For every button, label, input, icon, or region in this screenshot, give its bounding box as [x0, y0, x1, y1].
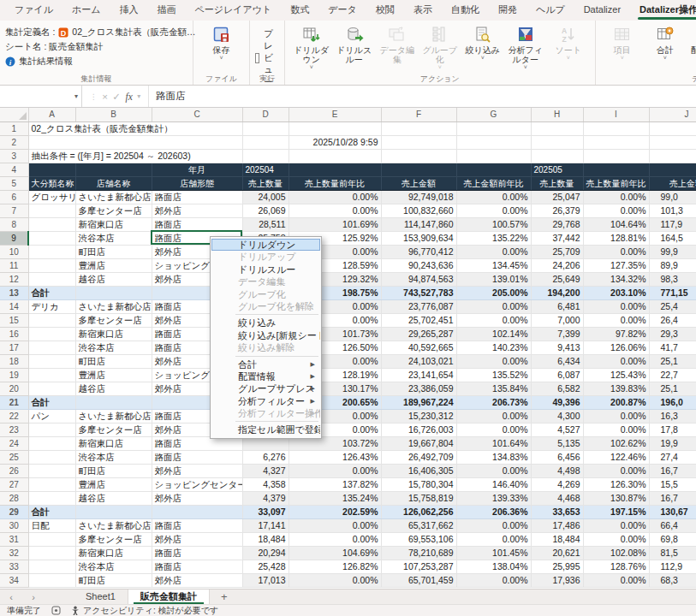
cell-J33[interactable]: 112,9: [649, 560, 696, 573]
cell-J18[interactable]: 25,1: [649, 354, 696, 368]
menu-item-指定セル範囲で登録[interactable]: 指定セル範囲で登録: [211, 424, 320, 435]
cell-C29[interactable]: [152, 505, 242, 518]
row-header-6[interactable]: 6: [0, 190, 28, 204]
cell-D33[interactable]: 25,428: [242, 560, 289, 573]
cell-J3[interactable]: [649, 149, 696, 163]
ribbon-button-配置情報[interactable]: 配置情報˅: [687, 23, 696, 62]
cell-B34[interactable]: 町田店: [75, 573, 152, 587]
cell-G17[interactable]: 140.23%: [456, 341, 531, 354]
cell-B16[interactable]: 新宿東口店: [75, 327, 152, 341]
cell-F7[interactable]: 100,832,660: [381, 204, 456, 217]
cell-A27[interactable]: [28, 477, 75, 491]
ribbon-tab-開発[interactable]: 開発: [489, 0, 526, 21]
cell-H5[interactable]: 売上数量: [531, 176, 583, 190]
cell-A16[interactable]: [28, 327, 75, 341]
menu-item-絞り込み[新規シート][interactable]: 絞り込み[新規シート]: [211, 329, 320, 341]
cell-J7[interactable]: 101,3: [649, 204, 696, 217]
cell-A29[interactable]: 合計: [28, 505, 75, 518]
cell-E30[interactable]: 0.00%: [289, 518, 381, 532]
cell-F17[interactable]: 40,592,665: [381, 341, 456, 354]
accessibility-status[interactable]: アクセシビリティ: 検討が必要です: [71, 605, 218, 616]
cell-H19[interactable]: 6,087: [531, 368, 583, 382]
cell-A18[interactable]: [28, 354, 75, 368]
cell-I22[interactable]: 0.00%: [583, 409, 649, 423]
cell-C4[interactable]: 年月: [152, 163, 242, 176]
row-header-10[interactable]: 10: [0, 245, 28, 258]
cell-B5[interactable]: 店舗名称: [75, 176, 152, 190]
cell-B9[interactable]: 渋谷本店: [75, 231, 152, 245]
cell-G16[interactable]: 102.14%: [456, 327, 531, 341]
cell-I33[interactable]: 128.76%: [583, 560, 649, 573]
cell-H32[interactable]: 20,621: [531, 546, 583, 560]
cell-H25[interactable]: 6,456: [531, 450, 583, 464]
result-info-link[interactable]: i 集計結果情報: [5, 54, 196, 68]
cell-I7[interactable]: 0.00%: [583, 204, 649, 217]
menu-item-分析フィルター[interactable]: 分析フィルター▶: [211, 395, 320, 407]
menu-item-配置情報[interactable]: 配置情報▶: [211, 370, 320, 382]
cell-J14[interactable]: 25,4: [649, 299, 696, 313]
cell-G13[interactable]: 205.00%: [456, 286, 531, 299]
cell-C28[interactable]: 郊外店: [152, 491, 242, 505]
cell-H1[interactable]: [531, 121, 583, 135]
cell-H33[interactable]: 25,995: [531, 560, 583, 573]
row-header-7[interactable]: 7: [0, 204, 28, 217]
column-header-I[interactable]: I: [583, 108, 649, 121]
row-header-20[interactable]: 20: [0, 382, 28, 395]
cell-J4[interactable]: [649, 163, 696, 176]
row-header-11[interactable]: 11: [0, 258, 28, 272]
cell-E2[interactable]: 2025/10/28 9:59: [289, 135, 381, 149]
row-header-21[interactable]: 21: [0, 395, 28, 409]
cell-J25[interactable]: 27,4: [649, 450, 696, 464]
column-header-B[interactable]: B: [75, 108, 152, 121]
cell-C6[interactable]: 路面店: [152, 190, 242, 204]
cell-G25[interactable]: 134.83%: [456, 450, 531, 464]
cell-I10[interactable]: 0.00%: [583, 245, 649, 258]
cell-C34[interactable]: 郊外店: [152, 573, 242, 587]
cell-A19[interactable]: [28, 368, 75, 382]
cell-E5[interactable]: 売上数量前年比: [289, 176, 381, 190]
row-header-12[interactable]: 12: [0, 272, 28, 286]
menu-item-合計[interactable]: 合計▶: [211, 358, 320, 370]
cell-B28[interactable]: 越谷店: [75, 491, 152, 505]
cell-I14[interactable]: 0.00%: [583, 299, 649, 313]
cell-H13[interactable]: 194,200: [531, 286, 583, 299]
cell-C25[interactable]: 路面店: [152, 450, 242, 464]
cell-H2[interactable]: [531, 135, 583, 149]
sheet-nav-next[interactable]: ›: [22, 589, 45, 604]
cell-D4[interactable]: 202504: [242, 163, 289, 176]
cell-A34[interactable]: [28, 573, 75, 587]
cell-J29[interactable]: 130,67: [649, 505, 696, 518]
cell-A4[interactable]: [28, 163, 75, 176]
cell-F25[interactable]: 26,492,709: [381, 450, 456, 464]
cell-I12[interactable]: 134.32%: [583, 272, 649, 286]
cell-D26[interactable]: 4,327: [242, 464, 289, 477]
cell-F2[interactable]: [381, 135, 456, 149]
cell-I24[interactable]: 102.62%: [583, 436, 649, 450]
cell-G15[interactable]: 0.00%: [456, 313, 531, 327]
cell-J8[interactable]: 117,9: [649, 217, 696, 231]
cell-G5[interactable]: 売上金額前年比: [456, 176, 531, 190]
cell-B11[interactable]: 豊洲店: [75, 258, 152, 272]
row-header-31[interactable]: 31: [0, 532, 28, 546]
ribbon-tab-数式[interactable]: 数式: [281, 0, 318, 21]
cell-H24[interactable]: 5,135: [531, 436, 583, 450]
cell-B8[interactable]: 新宿東口店: [75, 217, 152, 231]
cell-I11[interactable]: 127.35%: [583, 258, 649, 272]
cell-I2[interactable]: [583, 135, 649, 149]
cell-I5[interactable]: 売上数量前年比: [583, 176, 649, 190]
row-header-4[interactable]: 4: [0, 163, 28, 176]
cell-A21[interactable]: 合計: [28, 395, 75, 409]
cell-A25[interactable]: [28, 450, 75, 464]
row-header-29[interactable]: 29: [0, 505, 28, 518]
cell-H20[interactable]: 6,582: [531, 382, 583, 395]
cell-J12[interactable]: 98,3: [649, 272, 696, 286]
preview-checkbox[interactable]: [255, 53, 259, 63]
cell-G32[interactable]: 101.45%: [456, 546, 531, 560]
cell-G30[interactable]: 0.00%: [456, 518, 531, 532]
cell-H18[interactable]: 6,434: [531, 354, 583, 368]
cell-G19[interactable]: 135.52%: [456, 368, 531, 382]
cell-E27[interactable]: 137.82%: [289, 477, 381, 491]
cell-H23[interactable]: 4,527: [531, 423, 583, 436]
cell-J22[interactable]: 16,3: [649, 409, 696, 423]
cell-F27[interactable]: 15,780,304: [381, 477, 456, 491]
